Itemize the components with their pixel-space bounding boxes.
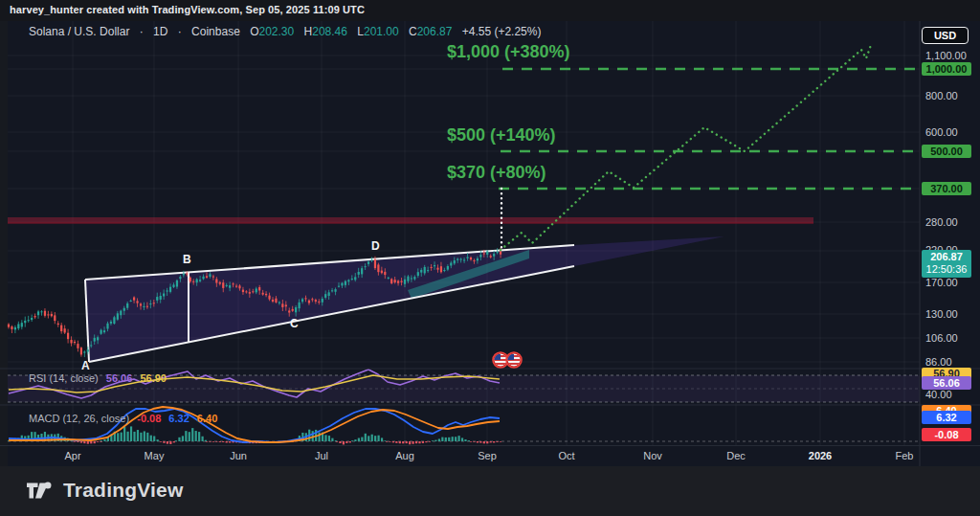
- time-axis-label[interactable]: Dec: [726, 450, 746, 461]
- change-value: +4.55 (+2.25%): [462, 25, 542, 38]
- price-target-label[interactable]: $1,000 (+380%): [447, 42, 570, 62]
- rsi-name: RSI (14, close): [29, 372, 99, 384]
- symbol-name[interactable]: Solana / U.S. Dollar: [29, 25, 129, 38]
- current-price-value: 206.87: [922, 251, 971, 263]
- price-axis-label[interactable]: 170.00: [925, 277, 958, 288]
- time-axis-label[interactable]: Jul: [315, 450, 328, 461]
- tradingview-logo-icon: [27, 481, 55, 501]
- macd-hist-value: -0.08: [137, 413, 161, 424]
- tradingview-logo-text: TradingView: [63, 479, 184, 502]
- price-axis-badge: 500.00: [922, 145, 971, 158]
- time-axis-label[interactable]: 2026: [809, 450, 832, 461]
- rsi-indicator-label[interactable]: RSI (14, close) 56.06 56.90: [29, 372, 167, 384]
- ohlc-high-letter: H: [304, 25, 313, 38]
- ohlc-low-letter: L: [357, 25, 364, 38]
- rsi-ma-value: 56.90: [140, 372, 167, 384]
- time-axis-label[interactable]: Oct: [558, 450, 574, 461]
- pattern-point-a: A: [81, 359, 90, 372]
- time-axis-label[interactable]: Jun: [230, 450, 247, 461]
- price-axis-label[interactable]: 106.00: [925, 332, 958, 344]
- pattern-point-d: D: [371, 239, 380, 253]
- price-axis-badge: 6.32: [922, 411, 971, 424]
- price-target-label[interactable]: $500 (+140%): [447, 125, 556, 146]
- price-axis-badge: 370.00: [922, 182, 971, 195]
- currency-toggle-button[interactable]: USD: [922, 27, 969, 44]
- ohlc-close-letter: C: [409, 25, 417, 38]
- price-axis-label[interactable]: 600.00: [925, 126, 958, 138]
- rsi-value: 56.06: [106, 372, 133, 384]
- current-price-badge: 206.8712:50:36: [922, 250, 971, 278]
- price-axis-label[interactable]: 86.00: [925, 356, 952, 368]
- tradingview-logo[interactable]: TradingView: [27, 479, 184, 502]
- macd-line-value: 6.32: [168, 413, 189, 424]
- ohlc-high-value: 208.46: [312, 25, 347, 38]
- chart-left-margin: [0, 21, 8, 466]
- price-axis-badge: 1,000.00: [922, 62, 971, 76]
- top-attribution-bar: harvey_hunter created with TradingView.c…: [0, 0, 980, 21]
- price-axis-label[interactable]: 280.00: [925, 216, 958, 228]
- price-axis-label[interactable]: 130.00: [925, 308, 958, 320]
- time-axis-label[interactable]: Nov: [643, 450, 662, 461]
- price-axis-label[interactable]: 40.00: [925, 389, 952, 400]
- pattern-point-c: C: [290, 317, 299, 330]
- time-axis-label[interactable]: Apr: [64, 450, 80, 461]
- ohlc-low-value: 201.00: [364, 25, 399, 38]
- ohlc-open-value: 202.30: [259, 25, 295, 38]
- time-axis-label[interactable]: May: [145, 450, 165, 461]
- price-target-label[interactable]: $370 (+80%): [447, 163, 546, 183]
- time-axis-label[interactable]: Feb: [896, 450, 914, 461]
- price-axis-badge: 56.06: [922, 376, 971, 390]
- ohlc-close-value: 206.87: [417, 25, 453, 38]
- interval-label[interactable]: 1D: [153, 25, 167, 38]
- pattern-point-b: B: [183, 253, 191, 266]
- chart-background: [0, 21, 980, 466]
- tradingview-share-image: harvey_hunter created with TradingView.c…: [0, 0, 980, 516]
- macd-signal-value: 6.40: [197, 413, 217, 424]
- symbol-header[interactable]: Solana / U.S. Dollar · 1D · Coinbase O20…: [29, 25, 541, 38]
- bar-countdown: 12:50:36: [922, 263, 971, 276]
- time-axis-label[interactable]: Sep: [478, 450, 497, 461]
- watermark-text: harvey_hunter created with TradingView.c…: [10, 4, 365, 15]
- price-axis-label[interactable]: 1,100.00: [925, 50, 967, 61]
- price-axis-badge: -0.08: [922, 428, 971, 441]
- ohlc-open-letter: O: [250, 25, 258, 38]
- time-axis-label[interactable]: Aug: [395, 450, 414, 461]
- macd-indicator-label[interactable]: MACD (12, 26, close) -0.08 6.32 6.40: [29, 413, 217, 424]
- macd-name: MACD (12, 26, close): [29, 413, 129, 424]
- exchange-label[interactable]: Coinbase: [191, 25, 240, 38]
- time-axis-border: [0, 445, 980, 446]
- price-axis-label[interactable]: 800.00: [925, 90, 958, 101]
